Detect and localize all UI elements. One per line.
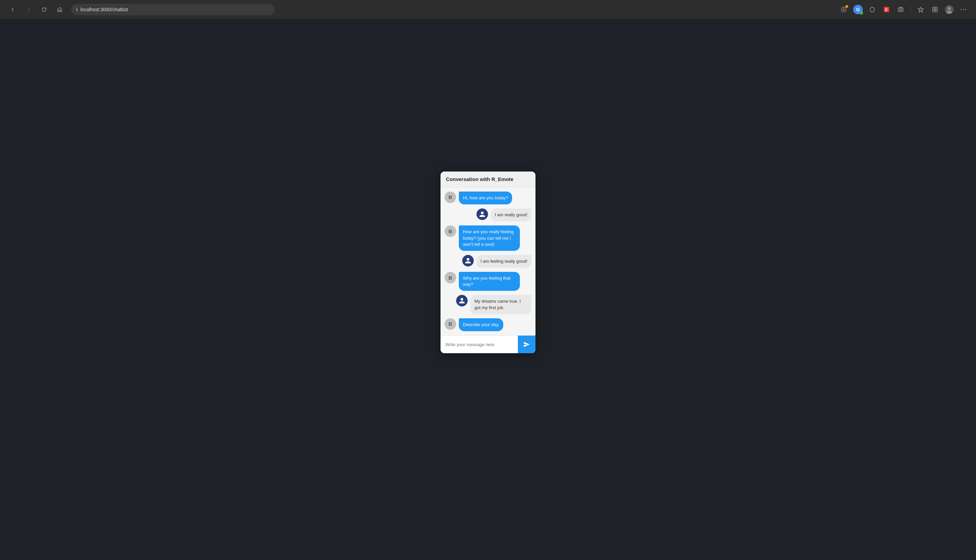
message-row: B How are you really feeling today? (you… [445,225,531,251]
svg-point-1 [843,9,844,10]
svg-point-12 [948,7,951,10]
user-bubble: My dreams came true. I got my first job. [470,295,531,314]
svg-rect-7 [933,7,934,9]
svg-rect-9 [933,10,934,12]
svg-text:E: E [886,8,888,12]
chat-messages: B Hi, how are you today? I am really goo… [440,187,536,335]
message-row: B Describe your day. [445,318,531,331]
page-content: Conversation with R_Emote B Hi, how are … [0,19,976,560]
svg-point-5 [900,9,902,11]
send-button[interactable] [518,336,536,353]
refresh-button[interactable] [38,3,50,16]
home-button[interactable] [53,3,66,16]
svg-rect-4 [898,8,903,12]
svg-rect-8 [935,7,938,9]
customize-icon[interactable] [838,4,849,15]
svg-point-0 [841,7,846,12]
user-bubble: I am really good! [491,208,531,222]
bot-bubble: Why are you feeling that way? [459,272,520,291]
svg-point-15 [963,9,964,10]
back-button[interactable] [7,3,19,16]
user-avatar [462,255,474,267]
svg-point-14 [961,9,962,10]
svg-rect-10 [935,10,938,12]
chat-title: Conversation with R_Emote [446,176,514,182]
user-bubble: I am feeling really good! [477,255,531,268]
message-input[interactable] [440,337,518,352]
user-avatar [456,295,468,307]
extension-icon[interactable]: E [881,4,892,15]
tab-manager-icon[interactable] [929,4,941,15]
chat-header: Conversation with R_Emote [440,172,536,187]
user-avatar [477,208,488,220]
svg-marker-6 [918,7,923,12]
bot-bubble: Describe your day. [459,318,503,331]
screenshot-icon[interactable] [895,4,906,15]
nav-buttons [7,3,66,16]
bot-bubble: Hi, how are you today? [459,192,512,204]
forward-button[interactable] [22,3,35,16]
bookmark-icon[interactable] [915,4,926,15]
svg-point-16 [965,9,966,10]
bot-bubble: How are you really feeling today? (you c… [459,225,520,251]
bot-avatar: B [445,225,456,237]
info-icon: ℹ [76,7,78,12]
message-row: B Why are you feeling that way? [445,272,531,291]
bot-avatar: B [445,192,456,203]
address-bar[interactable]: ℹ localhost:3000/chatbot [71,4,275,15]
bot-avatar: B [445,318,456,330]
chat-widget: Conversation with R_Emote B Hi, how are … [440,172,536,353]
message-row: B Hi, how are you today? [445,192,531,204]
svg-point-13 [946,10,952,14]
message-row: I am feeling really good! [445,255,531,268]
message-row: My dreams came true. I got my first job. [445,295,531,314]
profile-icon[interactable] [943,4,955,15]
url-text: localhost:3000/chatbot [80,7,128,12]
divider [911,6,911,13]
google-account-icon[interactable]: G [852,4,864,15]
browser-actions: G E [838,4,969,15]
more-options-icon[interactable] [958,4,969,15]
shield-icon[interactable] [866,4,878,15]
message-row: I am really good! [445,208,531,222]
chat-input-area [440,335,536,353]
browser-chrome: ℹ localhost:3000/chatbot G E [0,0,976,19]
bot-avatar: B [445,272,456,283]
